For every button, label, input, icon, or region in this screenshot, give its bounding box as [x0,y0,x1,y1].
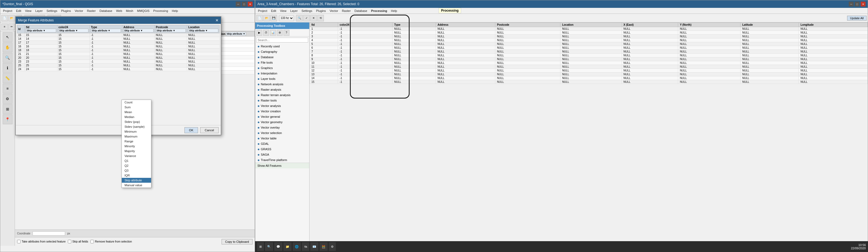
tool-layers[interactable]: ≡ [3,84,12,94]
skip-attribute-dropdown-menu[interactable]: CountSumMeanMedianStdev (pop)Stdev (samp… [122,100,151,188]
right-table-row[interactable]: 10-1NULLNULLNULLNULLNULLNULLNULLNULL [310,61,868,65]
skip-all-input[interactable] [68,240,71,243]
menu-web[interactable]: Web [115,9,124,13]
right-menu-raster[interactable]: Raster [340,9,352,13]
proc-tb-help[interactable]: ? [283,30,289,36]
tb-open[interactable]: 📂 [8,15,15,22]
processing-tree-item[interactable]: ●Layer tools [255,76,309,81]
processing-tree-item[interactable]: ●Vector analysis [255,103,309,109]
processing-tree-item[interactable]: ●Vector creation [255,109,309,114]
processing-tree-item[interactable]: ●Vector overlay [255,125,309,130]
copy-clipboard-button[interactable]: Copy to Clipboard [222,239,252,244]
right-col-header[interactable]: fid [310,23,338,27]
right-col-header[interactable]: X (East) [622,23,678,27]
dropdown-item[interactable]: Mean [122,110,151,114]
merge-table-row[interactable]: 25 25 15 -1 NULL NULL NULL [17,64,220,67]
right-table-row[interactable]: 3-1NULLNULLNULLNULLNULLNULLNULLNULL [310,35,868,38]
right-menu-project[interactable]: Project [256,9,269,13]
taskbar-search[interactable]: 🔍 [265,242,273,251]
right-tb-invert[interactable]: ⟲ [317,15,324,22]
merge-table-row[interactable]: 16 16 15 -1 NULL NULL NULL [17,45,220,48]
right-maximize[interactable]: □ [855,2,860,6]
right-tb-select-all[interactable]: ✓ [303,15,310,22]
merge-location-skip[interactable]: Skip attribute ▼ [188,29,218,33]
right-tb-open[interactable]: 📂 [264,15,270,22]
dropdown-item[interactable]: Majority [122,149,151,153]
right-table-row[interactable]: 6-1NULLNULLNULLNULLNULLNULLNULLNULL [310,46,868,50]
dropdown-item[interactable]: Count [122,100,151,105]
right-table-row[interactable]: 15-1NULLNULLNULLNULLNULLNULLNULLNULL [310,80,868,84]
right-table-row[interactable]: 4-1NULLNULLNULLNULLNULLNULLNULLNULL [310,38,868,42]
proc-tb-results[interactable]: 📊 [270,30,276,36]
right-table-row[interactable]: 12-1NULLNULLNULLNULLNULLNULLNULLNULL [310,69,868,73]
taskbar-settings[interactable]: ⚙ [329,242,336,251]
menu-plugins[interactable]: Plugins [59,9,72,13]
menu-mmqgis[interactable]: MMQGIS [135,9,151,13]
right-menu-vector[interactable]: Vector [328,9,340,13]
merge-table-row[interactable]: 18 18 15 -1 NULL NULL NULL [17,48,220,52]
processing-tree-item[interactable]: ●Raster terrain analysis [255,92,309,98]
right-menu-help[interactable]: Help [389,9,399,13]
right-table-row[interactable]: 14-1NULLNULLNULLNULLNULLNULLNULLNULL [310,76,868,80]
right-col-header[interactable]: Postcode [495,23,560,27]
processing-tree-item[interactable]: ●Interpolation [255,71,309,76]
menu-edit[interactable]: Edit [14,9,23,13]
dropdown-item[interactable]: Q3 [122,168,151,173]
dropdown-item[interactable]: Q1 [122,158,151,163]
menu-raster[interactable]: Raster [85,9,97,13]
right-table-row[interactable]: 11-1NULLNULLNULLNULLNULLNULLNULLNULL [310,65,868,69]
right-menu-settings[interactable]: Settings [300,9,314,13]
merge-type-skip[interactable]: Skip attribute ▼ [91,29,121,33]
taskbar-mail[interactable]: 📧 [310,242,318,251]
taskbar-start[interactable]: ⊞ [257,242,264,251]
close-button[interactable]: ✕ [248,2,252,6]
col-location-skip[interactable]: Skip attribute ▼ [226,32,246,36]
menu-settings[interactable]: Settings [45,9,59,13]
merge-table-row[interactable]: 24 24 15 -1 NULL NULL NULL [17,67,220,71]
right-menu-view[interactable]: View [278,9,288,13]
tb-new[interactable]: 📄 [1,15,8,22]
menu-layer[interactable]: Layer [34,9,44,13]
merge-table-row[interactable]: 15 15 15 -1 NULL NULL NULL [17,33,220,37]
right-col-header[interactable]: Location [560,23,622,27]
processing-tree-item[interactable]: ●Vector selection [255,130,309,136]
merge-color24-skip[interactable]: Skip attribute ▼ [59,29,89,33]
menu-view[interactable]: View [23,9,33,13]
tb2-edit[interactable]: ✏ [8,24,15,30]
merge-table-row[interactable]: 23 23 15 -1 NULL NULL NULL [17,60,220,64]
taskbar-browser[interactable]: 🌐 [293,242,301,251]
dropdown-item[interactable]: Skip attribute [122,178,151,183]
tool-select[interactable]: ↖ [3,32,12,42]
processing-tree-item[interactable]: ●Cartography [255,49,309,55]
tool-measure[interactable]: 📏 [3,73,12,83]
tool-pan[interactable]: ✋ [3,42,12,52]
merge-ok-button[interactable]: OK [184,127,198,133]
menu-help[interactable]: Help [170,9,180,13]
dropdown-item[interactable]: Stdev (pop) [122,119,151,124]
tool-settings[interactable]: ⚙ [3,94,12,104]
merge-table-row[interactable]: 17 17 15 -1 NULL NULL NULL [17,41,220,45]
right-tb-new[interactable]: 📄 [256,15,263,22]
right-table-row[interactable]: 1-1NULLNULLNULLNULLNULLNULLNULLNULL [310,27,868,31]
processing-tree-item[interactable]: ●Vector table [255,136,309,141]
right-tb-filter[interactable]: 🔍 [296,15,303,22]
taskbar-calc[interactable]: 🧮 [319,242,328,251]
processing-tree-item[interactable]: ●Database [255,55,309,60]
processing-tree-item[interactable]: ●Vector geometry [255,119,309,125]
right-table-row[interactable]: 13-1NULLNULLNULLNULLNULLNULLNULLNULL [310,73,868,76]
taskbar-explorer[interactable]: 📁 [283,242,291,251]
menu-project[interactable]: Project [1,9,14,13]
merge-address-skip[interactable]: Skip attribute ▼ [123,29,154,33]
show-all-features-btn[interactable]: Show All Features [255,163,309,168]
processing-tree-item[interactable]: ●GDAL [255,141,309,146]
processing-tree-item[interactable]: ●Graphics [255,65,309,71]
taskbar-store[interactable]: 🛍 [302,242,309,251]
right-menu-edit[interactable]: Edit [269,9,278,13]
right-menu-plugins[interactable]: Plugins [314,9,328,13]
processing-tree-item[interactable]: ●Vector general [255,114,309,119]
processing-tree-item[interactable]: ●GRASS [255,146,309,152]
minimize-button[interactable]: ─ [236,2,241,6]
merge-dialog-close[interactable]: ✕ [215,18,219,23]
menu-database[interactable]: Database [98,9,114,13]
processing-search-input[interactable] [256,38,308,42]
